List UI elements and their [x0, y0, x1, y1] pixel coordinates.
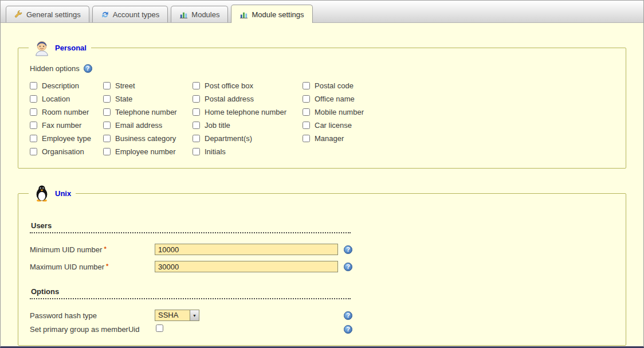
member-uid-checkbox[interactable] [156, 324, 163, 332]
checkbox-car-license[interactable] [303, 122, 310, 129]
checkbox-business-category[interactable] [103, 135, 111, 142]
checkbox-row-postal-address: Postal address [193, 95, 303, 103]
member-uid-row: Set primary group as memberUid ? [30, 324, 616, 334]
checkbox-initials[interactable] [193, 148, 200, 155]
checkbox-label: Street [115, 81, 135, 90]
module-settings-icon [239, 10, 248, 19]
chevron-down-icon: ▼ [190, 310, 199, 320]
help-icon[interactable]: ? [344, 263, 352, 271]
maximum-uid-input[interactable] [155, 261, 338, 272]
help-icon[interactable]: ? [344, 245, 352, 254]
checkbox-fax-number[interactable] [30, 122, 37, 129]
required-marker: * [106, 263, 108, 269]
member-uid-cell [155, 324, 344, 334]
checkbox-label: Post office box [205, 81, 253, 90]
password-hash-value: SSHA [155, 310, 190, 320]
checkbox-row-initials: Initials [193, 148, 303, 155]
checkbox-label: Employee type [42, 134, 91, 143]
checkbox-column: Street State Telephone number Email addr… [103, 82, 193, 155]
checkbox-row-street: Street [103, 82, 193, 89]
checkbox-row-email-address: Email address [103, 122, 193, 129]
checkbox-label: Employee number [115, 147, 176, 156]
checkbox-office-name[interactable] [303, 95, 310, 103]
checkbox-organisation[interactable] [30, 148, 37, 155]
field-label-text: Maximum UID number [30, 263, 104, 271]
checkbox-label: Room number [42, 108, 89, 116]
tab-label: Module settings [252, 10, 304, 19]
checkbox-row-business-category: Business category [103, 135, 193, 142]
checkbox-room-number[interactable] [30, 108, 37, 116]
checkbox-row-employee-number: Employee number [103, 148, 193, 155]
checkbox-telephone-number[interactable] [103, 108, 111, 116]
checkbox-row-mobile-number: Mobile number [303, 108, 364, 116]
checkbox-row-description: Description [30, 82, 103, 89]
checkbox-manager[interactable] [303, 135, 310, 142]
checkbox-row-car-license: Car license [303, 122, 364, 129]
checkbox-description[interactable] [30, 82, 37, 89]
minimum-uid-input[interactable] [155, 244, 338, 255]
tab-general-settings[interactable]: General settings [6, 6, 89, 22]
checkbox-label: Business category [115, 134, 176, 143]
tab-module-settings[interactable]: Module settings [231, 5, 312, 23]
checkbox-row-job-title: Job title [193, 122, 303, 129]
checkbox-employee-number[interactable] [103, 148, 111, 155]
min-uid-row: Minimum UID number* ? [30, 244, 616, 255]
checkbox-post-office-box[interactable] [193, 82, 200, 89]
tab-modules[interactable]: Modules [171, 6, 228, 22]
help-icon[interactable]: ? [344, 325, 352, 334]
checkbox-row-manager: Manager [303, 135, 364, 142]
checkbox-state[interactable] [103, 95, 111, 103]
checkbox-employee-type[interactable] [30, 135, 37, 142]
password-hash-select[interactable]: SSHA ▼ [155, 310, 199, 321]
checkbox-departments[interactable] [193, 135, 200, 142]
checkbox-label: Description [42, 81, 79, 90]
personal-title: Personal [55, 44, 87, 52]
module-settings-window: General settings Account types Modules M… [0, 0, 644, 348]
checkbox-label: Organisation [42, 147, 84, 156]
settings-tabbar: General settings Account types Modules M… [1, 1, 643, 23]
help-icon[interactable]: ? [344, 311, 352, 320]
tab-account-types[interactable]: Account types [92, 6, 168, 22]
checkbox-location[interactable] [30, 95, 37, 103]
hidden-options-row: Hidden options ? [30, 64, 616, 73]
password-hash-row: Password hash type SSHA ▼ ? [30, 310, 616, 321]
checkbox-mobile-number[interactable] [303, 108, 310, 116]
hidden-options-grid: Description Location Room number Fax num… [30, 82, 616, 155]
checkbox-label: Email address [115, 121, 162, 130]
checkbox-row-departments: Department(s) [193, 135, 303, 142]
checkbox-home-telephone-number[interactable] [193, 108, 200, 116]
password-hash-cell: SSHA ▼ [155, 310, 344, 321]
checkbox-row-home-telephone-number: Home telephone number [193, 108, 303, 116]
modules-icon [179, 10, 188, 19]
checkbox-email-address[interactable] [103, 122, 111, 129]
checkbox-row-postal-code: Postal code [303, 82, 364, 89]
checkbox-row-state: State [103, 95, 193, 103]
checkbox-row-location: Location [30, 95, 103, 103]
member-uid-label: Set primary group as memberUid [30, 325, 155, 334]
checkbox-row-office-name: Office name [303, 95, 364, 103]
checkbox-label: Postal address [205, 95, 254, 103]
tab-label: General settings [26, 10, 81, 19]
checkbox-postal-address[interactable] [193, 95, 200, 103]
checkbox-row-telephone-number: Telephone number [103, 108, 193, 116]
tab-label: Account types [113, 10, 160, 19]
max-uid-row: Maximum UID number* ? [30, 261, 616, 272]
checkbox-postal-code[interactable] [303, 82, 310, 89]
settings-content: Personal Hidden options ? Description Lo… [1, 23, 643, 346]
personal-section: Personal Hidden options ? Description Lo… [18, 39, 626, 169]
min-uid-cell [155, 244, 344, 255]
checkbox-job-title[interactable] [193, 122, 200, 129]
checkbox-label: Office name [315, 95, 355, 103]
checkbox-label: Job title [205, 121, 230, 130]
checkbox-street[interactable] [103, 82, 111, 89]
unix-title: Unix [55, 189, 71, 198]
checkbox-label: Home telephone number [205, 108, 286, 116]
checkbox-label: State [115, 95, 132, 103]
checkbox-row-room-number: Room number [30, 108, 103, 116]
wrench-icon [14, 10, 23, 19]
help-icon[interactable]: ? [84, 64, 92, 73]
unix-section: Unix Users Minimum UID number* ? Maximum… [18, 185, 626, 346]
checkbox-row-fax-number: Fax number [30, 122, 103, 129]
checkbox-label: Postal code [315, 81, 354, 90]
checkbox-column: Post office box Postal address Home tele… [193, 82, 303, 155]
